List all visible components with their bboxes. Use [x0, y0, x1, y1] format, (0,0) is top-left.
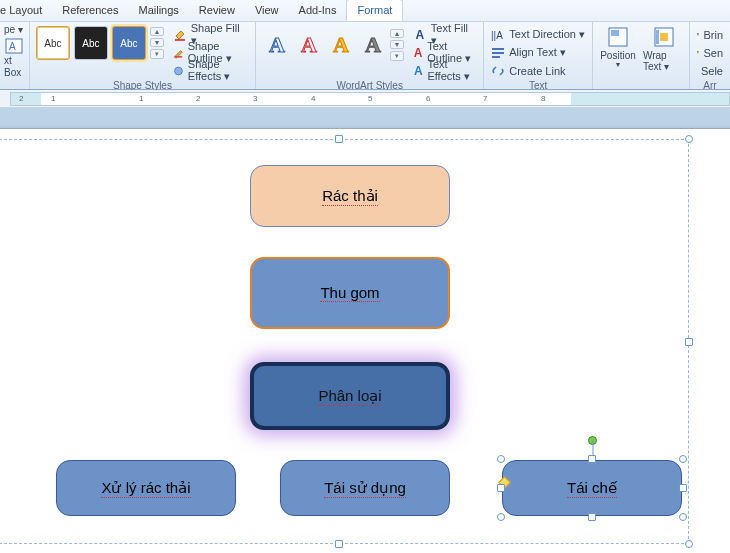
edit-shape-button[interactable]: pe ▾ [4, 24, 25, 36]
svg-text:||A: ||A [491, 30, 503, 41]
wordart-style-4[interactable]: A [358, 28, 388, 62]
resize-handle[interactable] [335, 135, 343, 143]
page[interactable]: Rác thải Thu gom Phân loại Xử lý rác thả… [0, 128, 730, 553]
align-text-button[interactable]: Align Text ▾ [488, 44, 588, 61]
flow-node-3[interactable]: Phân loại [250, 362, 450, 430]
tab-addins[interactable]: Add-Ins [289, 0, 347, 21]
svg-rect-3 [174, 56, 182, 58]
ribbon-tabs: e Layout References Mailings Review View… [0, 0, 730, 22]
svg-rect-17 [698, 52, 699, 53]
group-shape-styles: Abc Abc Abc ▲ ▼ ▾ Shape Fill ▾ Shape Out… [30, 22, 256, 89]
resize-handle[interactable] [685, 338, 693, 346]
selection-pane-button[interactable]: Sele [694, 62, 726, 79]
svg-rect-13 [656, 30, 659, 44]
flow-node-1[interactable]: Rác thải [250, 165, 450, 227]
resize-handle[interactable] [685, 540, 693, 548]
resize-handle[interactable] [679, 513, 687, 521]
gallery-up-icon[interactable]: ▲ [390, 29, 404, 38]
tab-mailings[interactable]: Mailings [128, 0, 188, 21]
resize-handle[interactable] [335, 540, 343, 548]
gallery-up-icon[interactable]: ▲ [150, 27, 164, 36]
resize-handle[interactable] [679, 484, 687, 492]
text-direction-button[interactable]: ||A Text Direction ▾ [488, 26, 588, 43]
shape-style-2[interactable]: Abc [74, 26, 108, 60]
text-direction-icon: ||A [491, 28, 505, 42]
resize-handle[interactable] [497, 484, 505, 492]
text-outline-icon: A [413, 46, 423, 60]
wordart-style-2[interactable]: A [294, 28, 324, 62]
drawing-canvas-selection[interactable]: Rác thải Thu gom Phân loại Xử lý rác thả… [0, 139, 689, 544]
svg-rect-7 [492, 52, 504, 54]
wordart-gallery[interactable]: A A A A ▲ ▼ ▾ [260, 24, 406, 66]
selected-shape-handles [502, 460, 682, 516]
resize-handle[interactable] [497, 513, 505, 521]
textbox-button[interactable]: xt Box [4, 55, 25, 79]
group-text: ||A Text Direction ▾ Align Text ▾ Create… [484, 22, 593, 89]
gallery-down-icon[interactable]: ▼ [150, 38, 164, 47]
svg-rect-10 [611, 30, 619, 36]
ribbon: pe ▾ A xt Box Abc Abc Abc ▲ ▼ ▾ [0, 22, 730, 90]
effects-icon [173, 64, 184, 78]
svg-rect-15 [697, 34, 698, 35]
tab-format[interactable]: Format [346, 0, 403, 21]
tab-references[interactable]: References [52, 0, 128, 21]
gallery-down-icon[interactable]: ▼ [390, 40, 404, 49]
resize-handle[interactable] [588, 455, 596, 463]
group-label [4, 79, 25, 89]
text-effects-button[interactable]: AText Effects ▾ [410, 62, 479, 79]
align-text-icon [491, 46, 505, 60]
send-backward-icon [697, 51, 699, 53]
svg-rect-6 [492, 48, 504, 50]
gallery-more-icon[interactable]: ▾ [390, 51, 404, 61]
bucket-icon [173, 28, 187, 42]
position-icon [607, 26, 629, 48]
shape-effects-button[interactable]: Shape Effects ▾ [170, 62, 251, 79]
resize-handle[interactable] [588, 513, 596, 521]
document-area[interactable]: Rác thải Thu gom Phân loại Xử lý rác thả… [0, 108, 730, 553]
svg-rect-12 [660, 33, 668, 41]
create-link-button[interactable]: Create Link [488, 62, 588, 79]
group-insert-shapes: pe ▾ A xt Box [0, 22, 30, 89]
group-wordart-styles: A A A A ▲ ▼ ▾ AText Fill ▾ AText Outline… [256, 22, 484, 89]
shape-style-gallery[interactable]: Abc Abc Abc ▲ ▼ ▾ [34, 24, 166, 62]
resize-handle[interactable] [685, 135, 693, 143]
gallery-more-icon[interactable]: ▾ [150, 49, 164, 59]
tab-review[interactable]: Review [189, 0, 245, 21]
svg-rect-2 [175, 38, 185, 40]
wrap-text-icon [653, 26, 675, 48]
pencil-icon [173, 46, 184, 60]
flow-node-2[interactable]: Thu gom [250, 257, 450, 329]
flow-connectors [0, 140, 290, 290]
position-button[interactable]: Position▼ [597, 24, 639, 68]
link-icon [491, 64, 505, 78]
wordart-style-1[interactable]: A [262, 28, 292, 62]
text-effects-icon: A [413, 64, 423, 78]
wrap-text-button[interactable]: Wrap Text ▾ [643, 24, 685, 72]
wordart-style-3[interactable]: A [326, 28, 356, 62]
tab-view[interactable]: View [245, 0, 289, 21]
bring-forward-icon [697, 33, 699, 35]
textbox-icon: A [5, 38, 23, 54]
text-fill-icon: A [413, 28, 427, 42]
shape-style-1[interactable]: Abc [36, 26, 70, 60]
resize-handle[interactable] [497, 455, 505, 463]
group-arrange: Brin Sen Sele Arr [690, 22, 730, 89]
bring-forward-button[interactable]: Brin [694, 26, 726, 43]
shape-style-3[interactable]: Abc [112, 26, 146, 60]
tab-page-layout[interactable]: e Layout [0, 0, 52, 21]
svg-rect-8 [492, 56, 500, 58]
svg-point-4 [174, 67, 182, 75]
resize-handle[interactable] [679, 455, 687, 463]
flow-node-4[interactable]: Xử lý rác thải [56, 460, 236, 516]
svg-text:A: A [9, 41, 16, 52]
group-arrange-buttons: Position▼ Wrap Text ▾ [593, 22, 690, 89]
flow-node-5[interactable]: Tái sử dụng [280, 460, 450, 516]
horizontal-ruler[interactable]: 2 1 1 2 3 4 5 6 7 8 [0, 90, 730, 108]
send-backward-button[interactable]: Sen [694, 44, 726, 61]
